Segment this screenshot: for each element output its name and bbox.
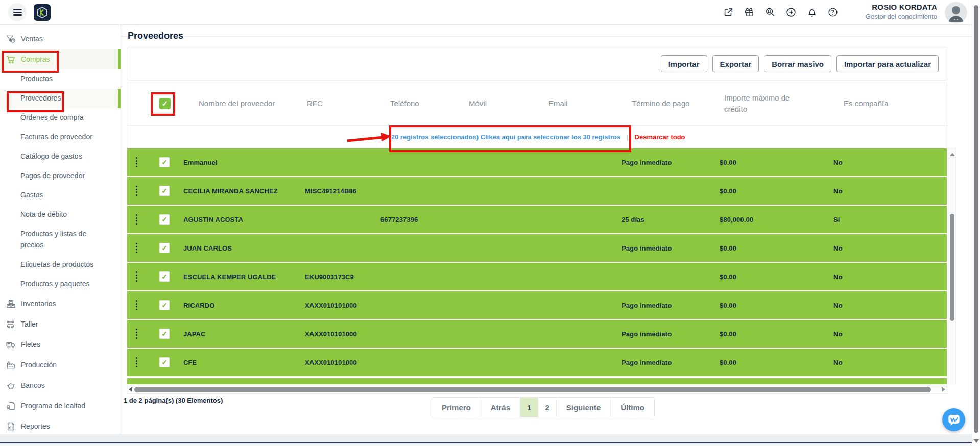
page-button-ultimo[interactable]: Último	[611, 398, 654, 417]
plus-icon[interactable]	[785, 7, 797, 18]
sidebar-item-facturas-de-proveedor[interactable]: Facturas de proveedor	[0, 128, 121, 147]
page-button-1[interactable]: 1	[520, 398, 538, 417]
row-checkbox[interactable]: ✓	[159, 329, 170, 339]
sidebar-item-pagos-de-proveedor[interactable]: Pagos de proveedor	[0, 166, 121, 186]
deselect-all-link[interactable]: Desmarcar todo	[635, 133, 685, 141]
chat-button[interactable]	[942, 408, 965, 431]
cell-nombre: RICARDO	[181, 302, 296, 309]
toolbar-button-borrar-masivo[interactable]: Borrar masivo	[764, 55, 831, 72]
cell-importe: $0.00	[697, 330, 801, 338]
scroll-up-arrow-icon[interactable]	[950, 153, 955, 156]
page-button-atras[interactable]: Atrás	[481, 398, 520, 417]
sidebar-item-productos[interactable]: Productos	[0, 69, 121, 89]
check-icon: ✓	[162, 98, 169, 110]
app-logo-icon[interactable]	[34, 4, 51, 21]
page-button-siguiente[interactable]: Siguiente	[557, 398, 611, 417]
external-link-icon[interactable]	[723, 7, 734, 18]
scroll-right-arrow-icon[interactable]	[942, 387, 945, 392]
row-checkbox[interactable]: ✓	[159, 271, 170, 282]
window-scrollbar-thumb[interactable]	[974, 5, 978, 433]
select-all-cell: ✓	[153, 98, 181, 109]
page-button-primero[interactable]: Primero	[432, 398, 481, 417]
toolbar-button-importar[interactable]: Importar	[661, 55, 707, 72]
cell-compania: No	[801, 359, 893, 366]
sidebar-item-ventas[interactable]: $Ventas	[0, 29, 121, 49]
row-checkbox[interactable]: ✓	[159, 357, 170, 367]
column-header-email[interactable]: Email	[525, 98, 602, 110]
table-row: ✓ CFE XAXX010101000 Pago inmediato $0.00…	[127, 349, 947, 376]
search-icon[interactable]	[764, 7, 776, 18]
sidebar-item-productos-y-listas-de-precios[interactable]: Productos y listas de precios	[0, 225, 121, 255]
toolbar-button-importar-para-actualizar[interactable]: Importar para actualizar	[836, 55, 939, 72]
column-header-compania[interactable]: Es compañía	[801, 98, 893, 110]
cell-termino: 25 días	[602, 216, 697, 224]
row-menu-icon[interactable]	[136, 243, 140, 253]
sidebar-item-label: Nota de débito	[20, 209, 67, 220]
column-header-termino[interactable]: Término de pago	[602, 98, 697, 110]
sidebar-item-compras[interactable]: Compras	[0, 49, 121, 69]
column-header-nombre[interactable]: Nombre del proveedor	[181, 98, 296, 110]
horizontal-scrollbar-thumb[interactable]	[134, 387, 931, 392]
menu-button[interactable]	[8, 3, 27, 21]
sidebar-item-label: Productos	[20, 73, 53, 85]
horizontal-scrollbar[interactable]	[127, 385, 947, 393]
sidebar-item-inventarios[interactable]: Inventarios	[0, 293, 121, 314]
selection-banner: (20 registros seleccionados) Clikea aquí…	[127, 125, 947, 148]
sidebar-item-etiquetas-de-productos[interactable]: Etiquetas de productos	[0, 255, 121, 274]
sidebar-item-bancos[interactable]: Bancos	[0, 375, 121, 395]
sidebar-item-gastos[interactable]: Gastos	[0, 186, 121, 205]
sidebar-item-fletes[interactable]: Fletes	[0, 334, 121, 355]
check-icon: ✓	[161, 158, 168, 166]
sidebar-item-programa-de-lealtad[interactable]: Programa de lealtad	[0, 395, 121, 416]
window-scrollbar[interactable]	[972, 0, 980, 446]
select-all-records-link[interactable]: (20 registros seleccionados) Clikea aquí…	[389, 133, 620, 141]
row-menu-icon[interactable]	[136, 186, 140, 196]
row-menu-icon[interactable]	[136, 357, 140, 367]
cart-icon	[6, 54, 16, 65]
scroll-left-arrow-icon[interactable]	[129, 387, 132, 392]
funnel-dollar-icon: $	[6, 34, 16, 44]
sidebar-item-productos-y-paquetes[interactable]: Productos y paquetes	[0, 274, 121, 293]
row-checkbox[interactable]: ✓	[159, 157, 170, 167]
column-header-importe[interactable]: Importe máximo de crédito	[697, 92, 801, 115]
sidebar-item-nota-de-debito[interactable]: Nota de débito	[0, 205, 121, 225]
bell-icon[interactable]	[806, 7, 818, 18]
row-checkbox[interactable]: ✓	[159, 243, 170, 253]
sidebar-item-catalogo-de-gastos[interactable]: Catálogo de gastos	[0, 147, 121, 166]
vertical-scrollbar-thumb[interactable]	[950, 214, 954, 321]
scroll-down-arrow-icon[interactable]	[974, 439, 979, 443]
row-menu-icon[interactable]	[136, 329, 140, 339]
gift-icon[interactable]	[744, 7, 755, 18]
page-button-2[interactable]: 2	[538, 398, 556, 417]
row-menu-icon[interactable]	[136, 300, 140, 310]
sidebar-item-produccion[interactable]: Producción	[0, 355, 121, 375]
footer-band	[0, 434, 980, 442]
row-menu-icon[interactable]	[136, 214, 140, 225]
sidebar-item-proveedores[interactable]: Proveedores	[0, 89, 121, 108]
help-icon[interactable]	[827, 7, 839, 18]
column-header-rfc[interactable]: RFC	[296, 98, 372, 110]
row-checkbox[interactable]: ✓	[159, 186, 170, 196]
cell-rfc: XAXX010101000	[296, 359, 372, 366]
cell-importe: $0.00	[697, 159, 801, 166]
sidebar-item-label: Compras	[21, 55, 50, 63]
user-block[interactable]: ROSIO KORDATA Gestor del conocimiento	[866, 3, 937, 20]
table-row: ✓ JUAN CARLOS Pago inmediato $0.00 No	[127, 234, 947, 262]
column-header-telefono[interactable]: Teléfono	[372, 98, 454, 110]
row-menu-icon[interactable]	[136, 157, 140, 167]
row-checkbox[interactable]: ✓	[159, 300, 170, 310]
row-checkbox[interactable]: ✓	[159, 214, 170, 225]
select-all-checkbox[interactable]: ✓	[159, 98, 171, 109]
sidebar-item-ordenes-de-compra[interactable]: Órdenes de compra	[0, 108, 121, 128]
table-vertical-scrollbar[interactable]	[948, 148, 956, 384]
column-header-movil[interactable]: Móvil	[454, 98, 525, 110]
piggy-bank-icon	[6, 380, 16, 391]
avatar[interactable]	[945, 2, 967, 24]
toolbar-button-exportar[interactable]: Exportar	[712, 55, 759, 72]
sidebar-item-reportes[interactable]: Reportes	[0, 416, 121, 434]
sidebar-item-taller[interactable]: Taller	[0, 314, 121, 334]
sidebar-item-label: Productos y listas de precios	[20, 229, 111, 251]
car-wrench-icon	[6, 319, 16, 330]
row-menu-icon[interactable]	[136, 271, 140, 282]
cell-importe: $0.00	[697, 244, 801, 252]
